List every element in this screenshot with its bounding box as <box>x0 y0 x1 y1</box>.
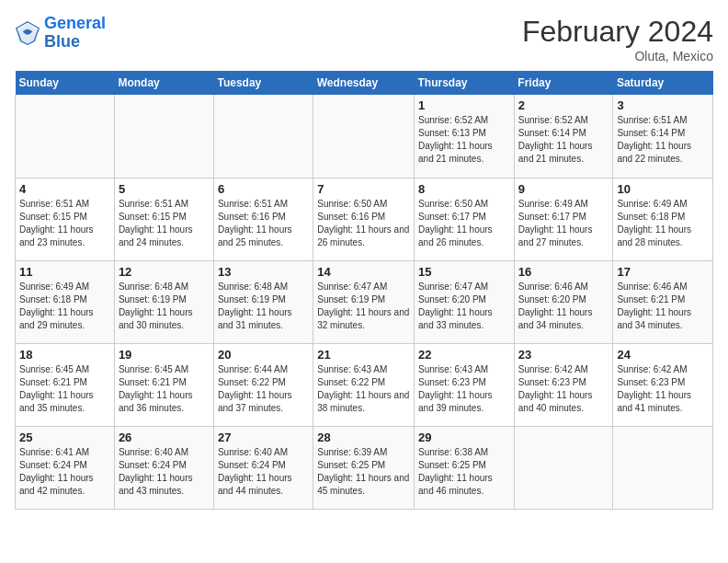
calendar-cell: 14Sunrise: 6:47 AM Sunset: 6:19 PM Dayli… <box>313 260 415 343</box>
calendar-table: SundayMondayTuesdayWednesdayThursdayFrid… <box>15 71 713 510</box>
calendar-week-row: 1Sunrise: 6:52 AM Sunset: 6:13 PM Daylig… <box>16 95 713 178</box>
calendar-cell: 5Sunrise: 6:51 AM Sunset: 6:15 PM Daylig… <box>114 178 213 260</box>
weekday-header: Saturday <box>613 71 713 95</box>
day-number: 21 <box>317 348 410 362</box>
day-info: Sunrise: 6:48 AM Sunset: 6:19 PM Dayligh… <box>119 281 210 332</box>
weekday-header: Monday <box>114 71 213 95</box>
day-number: 25 <box>19 431 110 444</box>
day-info: Sunrise: 6:42 AM Sunset: 6:23 PM Dayligh… <box>518 363 609 415</box>
calendar-cell: 27Sunrise: 6:40 AM Sunset: 6:24 PM Dayli… <box>213 426 313 509</box>
day-info: Sunrise: 6:49 AM Sunset: 6:17 PM Dayligh… <box>518 198 609 249</box>
calendar-cell: 26Sunrise: 6:40 AM Sunset: 6:24 PM Dayli… <box>114 426 213 509</box>
calendar-week-row: 18Sunrise: 6:45 AM Sunset: 6:21 PM Dayli… <box>16 343 713 426</box>
calendar-week-row: 25Sunrise: 6:41 AM Sunset: 6:24 PM Dayli… <box>16 426 713 509</box>
day-number: 22 <box>418 348 510 362</box>
month-title: February 2024 <box>522 15 713 49</box>
day-number: 19 <box>119 348 210 362</box>
day-info: Sunrise: 6:51 AM Sunset: 6:15 PM Dayligh… <box>119 198 210 249</box>
day-number: 2 <box>518 98 609 112</box>
day-info: Sunrise: 6:38 AM Sunset: 6:25 PM Dayligh… <box>418 446 510 498</box>
day-info: Sunrise: 6:46 AM Sunset: 6:21 PM Dayligh… <box>617 281 709 332</box>
calendar-cell: 6Sunrise: 6:51 AM Sunset: 6:16 PM Daylig… <box>213 178 313 260</box>
day-info: Sunrise: 6:52 AM Sunset: 6:13 PM Dayligh… <box>418 114 510 166</box>
location: Oluta, Mexico <box>522 49 713 63</box>
day-number: 8 <box>418 182 510 196</box>
calendar-cell: 25Sunrise: 6:41 AM Sunset: 6:24 PM Dayli… <box>16 426 115 509</box>
calendar-cell: 12Sunrise: 6:48 AM Sunset: 6:19 PM Dayli… <box>114 260 213 343</box>
day-info: Sunrise: 6:41 AM Sunset: 6:24 PM Dayligh… <box>19 446 110 498</box>
day-number: 1 <box>418 98 510 112</box>
calendar-cell: 17Sunrise: 6:46 AM Sunset: 6:21 PM Dayli… <box>613 260 713 343</box>
day-info: Sunrise: 6:47 AM Sunset: 6:19 PM Dayligh… <box>317 281 410 332</box>
calendar-cell: 7Sunrise: 6:50 AM Sunset: 6:16 PM Daylig… <box>313 178 415 260</box>
day-number: 9 <box>518 182 609 196</box>
calendar-week-row: 11Sunrise: 6:49 AM Sunset: 6:18 PM Dayli… <box>16 260 713 343</box>
day-info: Sunrise: 6:51 AM Sunset: 6:16 PM Dayligh… <box>218 198 309 249</box>
day-number: 17 <box>617 265 709 279</box>
calendar-cell: 18Sunrise: 6:45 AM Sunset: 6:21 PM Dayli… <box>16 343 115 426</box>
calendar-cell <box>213 95 313 178</box>
calendar-cell: 20Sunrise: 6:44 AM Sunset: 6:22 PM Dayli… <box>213 343 313 426</box>
day-number: 11 <box>19 265 110 279</box>
calendar-cell <box>114 95 213 178</box>
calendar-cell: 13Sunrise: 6:48 AM Sunset: 6:19 PM Dayli… <box>213 260 313 343</box>
day-info: Sunrise: 6:45 AM Sunset: 6:21 PM Dayligh… <box>119 363 210 415</box>
calendar-cell <box>313 95 415 178</box>
calendar-week-row: 4Sunrise: 6:51 AM Sunset: 6:15 PM Daylig… <box>16 178 713 260</box>
day-info: Sunrise: 6:44 AM Sunset: 6:22 PM Dayligh… <box>218 363 309 415</box>
calendar-cell: 9Sunrise: 6:49 AM Sunset: 6:17 PM Daylig… <box>514 178 613 260</box>
title-block: February 2024 Oluta, Mexico <box>522 15 713 63</box>
day-info: Sunrise: 6:51 AM Sunset: 6:14 PM Dayligh… <box>617 114 709 166</box>
day-number: 12 <box>119 265 210 279</box>
calendar-cell: 24Sunrise: 6:42 AM Sunset: 6:23 PM Dayli… <box>613 343 713 426</box>
day-number: 13 <box>218 265 309 279</box>
calendar-cell: 4Sunrise: 6:51 AM Sunset: 6:15 PM Daylig… <box>16 178 115 260</box>
day-info: Sunrise: 6:43 AM Sunset: 6:23 PM Dayligh… <box>418 363 510 415</box>
day-number: 7 <box>317 182 410 196</box>
day-info: Sunrise: 6:49 AM Sunset: 6:18 PM Dayligh… <box>617 198 709 249</box>
day-info: Sunrise: 6:43 AM Sunset: 6:22 PM Dayligh… <box>317 363 410 415</box>
day-info: Sunrise: 6:50 AM Sunset: 6:16 PM Dayligh… <box>317 198 410 249</box>
day-number: 4 <box>19 182 110 196</box>
day-number: 28 <box>317 431 410 444</box>
day-number: 6 <box>218 182 309 196</box>
calendar-cell <box>514 426 613 509</box>
day-number: 24 <box>617 348 709 362</box>
day-info: Sunrise: 6:40 AM Sunset: 6:24 PM Dayligh… <box>119 446 210 498</box>
calendar-cell: 1Sunrise: 6:52 AM Sunset: 6:13 PM Daylig… <box>415 95 515 178</box>
calendar-cell: 10Sunrise: 6:49 AM Sunset: 6:18 PM Dayli… <box>613 178 713 260</box>
day-number: 5 <box>119 182 210 196</box>
day-number: 29 <box>418 431 510 444</box>
calendar-cell: 11Sunrise: 6:49 AM Sunset: 6:18 PM Dayli… <box>16 260 115 343</box>
weekday-header: Sunday <box>16 71 115 95</box>
logo-text: General Blue <box>44 15 106 52</box>
calendar-cell: 15Sunrise: 6:47 AM Sunset: 6:20 PM Dayli… <box>415 260 515 343</box>
day-info: Sunrise: 6:47 AM Sunset: 6:20 PM Dayligh… <box>418 281 510 332</box>
day-number: 26 <box>119 431 210 444</box>
calendar-cell: 16Sunrise: 6:46 AM Sunset: 6:20 PM Dayli… <box>514 260 613 343</box>
day-info: Sunrise: 6:46 AM Sunset: 6:20 PM Dayligh… <box>518 281 609 332</box>
day-number: 15 <box>418 265 510 279</box>
calendar-cell: 21Sunrise: 6:43 AM Sunset: 6:22 PM Dayli… <box>313 343 415 426</box>
calendar-cell: 2Sunrise: 6:52 AM Sunset: 6:14 PM Daylig… <box>514 95 613 178</box>
calendar-cell: 29Sunrise: 6:38 AM Sunset: 6:25 PM Dayli… <box>415 426 515 509</box>
weekday-header: Tuesday <box>213 71 313 95</box>
weekday-header: Friday <box>514 71 613 95</box>
day-number: 10 <box>617 182 709 196</box>
calendar-cell: 19Sunrise: 6:45 AM Sunset: 6:21 PM Dayli… <box>114 343 213 426</box>
day-info: Sunrise: 6:50 AM Sunset: 6:17 PM Dayligh… <box>418 198 510 249</box>
logo: General Blue <box>15 15 106 52</box>
calendar-cell: 22Sunrise: 6:43 AM Sunset: 6:23 PM Dayli… <box>415 343 515 426</box>
calendar-cell: 28Sunrise: 6:39 AM Sunset: 6:25 PM Dayli… <box>313 426 415 509</box>
calendar-header-row: SundayMondayTuesdayWednesdayThursdayFrid… <box>16 71 713 95</box>
day-number: 18 <box>19 348 110 362</box>
calendar-cell: 3Sunrise: 6:51 AM Sunset: 6:14 PM Daylig… <box>613 95 713 178</box>
logo-icon <box>15 20 40 46</box>
day-number: 27 <box>218 431 309 444</box>
day-number: 16 <box>518 265 609 279</box>
day-info: Sunrise: 6:49 AM Sunset: 6:18 PM Dayligh… <box>19 281 110 332</box>
calendar-cell <box>613 426 713 509</box>
day-info: Sunrise: 6:51 AM Sunset: 6:15 PM Dayligh… <box>19 198 110 249</box>
day-info: Sunrise: 6:42 AM Sunset: 6:23 PM Dayligh… <box>617 363 709 415</box>
calendar-cell <box>16 95 115 178</box>
